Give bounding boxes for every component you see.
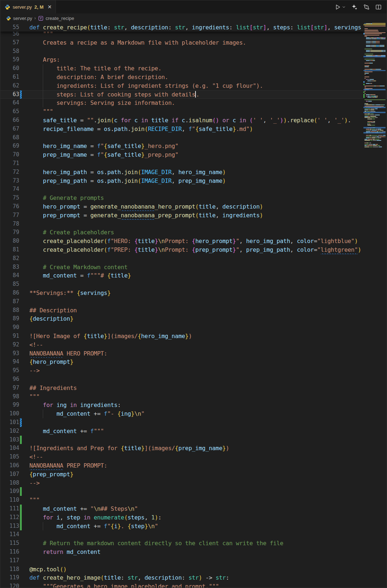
- line-number[interactable]: 115: [0, 539, 19, 548]
- code-line-75[interactable]: 75 # Generate prompts: [0, 194, 387, 202]
- code-line-107[interactable]: 107{prep_prompt}: [0, 470, 387, 479]
- line-number[interactable]: 96: [0, 375, 19, 384]
- code-line-71[interactable]: 71: [0, 159, 387, 168]
- code-text[interactable]: {description}: [29, 314, 387, 323]
- code-line-109[interactable]: 109: [0, 487, 387, 496]
- code-line-59[interactable]: 59 Args:: [0, 55, 387, 64]
- code-text[interactable]: prep_prompt = generate_nanobanana_prep_p…: [29, 211, 387, 220]
- code-text[interactable]: [29, 133, 387, 142]
- code-text[interactable]: steps: List of cooking steps with detail…: [29, 90, 387, 99]
- code-line-101[interactable]: 101: [0, 418, 387, 427]
- code-line-68[interactable]: 68: [0, 133, 387, 142]
- code-line-62[interactable]: 62 ingredients: List of ingredient strin…: [0, 82, 387, 90]
- line-number[interactable]: 68: [0, 133, 19, 142]
- breadcrumb-symbol[interactable]: create_recipe: [46, 16, 74, 21]
- code-line-69[interactable]: 69 hero_img_name = f"{safe_title}_hero.p…: [0, 142, 387, 151]
- line-number[interactable]: 95: [0, 366, 19, 375]
- line-number[interactable]: 120: [0, 582, 19, 588]
- line-number[interactable]: 97: [0, 384, 19, 392]
- code-line-88[interactable]: 88## Description: [0, 306, 387, 315]
- code-line-92[interactable]: 92<!--: [0, 341, 387, 349]
- code-line-119[interactable]: 119def create_hero_image(title: str, des…: [0, 573, 387, 582]
- line-number[interactable]: 57: [0, 38, 19, 47]
- open-changes-icon[interactable]: [363, 4, 370, 10]
- code-text[interactable]: md_content += "\n## Steps\n": [29, 505, 387, 513]
- code-line-86[interactable]: 86**Servings:** {servings}: [0, 289, 387, 297]
- code-line-100[interactable]: 100 md_content += f"- {ing}\n": [0, 410, 387, 418]
- code-text[interactable]: [29, 556, 387, 565]
- code-line-93[interactable]: 93NANOBANANA HERO PROMPT:: [0, 349, 387, 358]
- line-number[interactable]: 119: [0, 573, 19, 582]
- code-text[interactable]: -->: [29, 366, 387, 375]
- code-text[interactable]: ## Description: [29, 306, 387, 315]
- code-text[interactable]: **Servings:** {servings}: [29, 289, 387, 297]
- line-number[interactable]: 98: [0, 392, 19, 401]
- line-number[interactable]: 100: [0, 410, 19, 418]
- line-number[interactable]: 70: [0, 151, 19, 159]
- code-line-102[interactable]: 102 md_content += f""": [0, 427, 387, 436]
- line-number[interactable]: 66: [0, 116, 19, 125]
- line-number[interactable]: 104: [0, 444, 19, 453]
- code-text[interactable]: md_content += f""": [29, 427, 387, 436]
- code-text[interactable]: # Return the markdown content directly s…: [29, 539, 387, 548]
- code-line-97[interactable]: 97## Ingredients: [0, 384, 387, 392]
- code-text[interactable]: [29, 530, 387, 539]
- line-number[interactable]: 114: [0, 530, 19, 539]
- code-text[interactable]: [29, 47, 387, 56]
- code-line-57[interactable]: 57 Creates a recipe as a Markdown file w…: [0, 38, 387, 47]
- code-line-96[interactable]: 96: [0, 375, 387, 384]
- code-text[interactable]: # Create Markdown content: [29, 263, 387, 272]
- line-number[interactable]: 110: [0, 496, 19, 505]
- code-line-83[interactable]: 83 # Create Markdown content: [0, 263, 387, 272]
- code-line-66[interactable]: 66 safe_title = "".join(c for c in title…: [0, 116, 387, 125]
- line-number[interactable]: 60: [0, 64, 19, 73]
- code-text[interactable]: # Create placeholders: [29, 228, 387, 237]
- code-text[interactable]: [29, 323, 387, 332]
- code-line-117[interactable]: 117: [0, 556, 387, 565]
- line-number[interactable]: 76: [0, 202, 19, 211]
- code-line-118[interactable]: 118@mcp.tool(): [0, 565, 387, 574]
- line-number[interactable]: 89: [0, 314, 19, 323]
- code-text[interactable]: NANOBANANA PREP PROMPT:: [29, 461, 387, 470]
- code-line-120[interactable]: 120 """Generates a hero image placeholde…: [0, 582, 387, 588]
- code-text[interactable]: create_placeholder(f"PREP: {title}\nProm…: [29, 246, 387, 254]
- line-number[interactable]: 101: [0, 418, 19, 427]
- code-line-98[interactable]: 98""": [0, 392, 387, 401]
- code-text[interactable]: md_content += f"- {ing}\n": [29, 410, 387, 418]
- code-line-99[interactable]: 99 for ing in ingredients:: [0, 401, 387, 410]
- line-number[interactable]: 117: [0, 556, 19, 565]
- code-line-85[interactable]: 85: [0, 280, 387, 289]
- line-number[interactable]: 116: [0, 548, 19, 556]
- code-line-81[interactable]: 81 create_placeholder(f"PREP: {title}\nP…: [0, 246, 387, 254]
- line-number[interactable]: 107: [0, 470, 19, 479]
- code-text[interactable]: return md_content: [29, 548, 387, 556]
- code-line-78[interactable]: 78: [0, 220, 387, 229]
- code-text[interactable]: md_content += f"{i}. {step}\n": [29, 522, 387, 531]
- line-number[interactable]: 109: [0, 487, 19, 496]
- line-number[interactable]: 82: [0, 254, 19, 263]
- code-line-116[interactable]: 116 return md_content: [0, 548, 387, 556]
- code-text[interactable]: """: [29, 107, 387, 116]
- line-number[interactable]: 67: [0, 125, 19, 133]
- code-text[interactable]: hero_prompt = generate_nanobanana_hero_p…: [29, 202, 387, 211]
- line-number[interactable]: 113: [0, 522, 19, 531]
- code-text[interactable]: # Generate prompts: [29, 194, 387, 202]
- code-text[interactable]: ![Ingredients and Prep for {title}](imag…: [29, 444, 387, 453]
- code-text[interactable]: [29, 418, 387, 427]
- code-text[interactable]: ![Hero Image of {title}](images/{hero_im…: [29, 332, 387, 341]
- line-number[interactable]: 61: [0, 73, 19, 82]
- run-python-file-icon[interactable]: [335, 4, 346, 10]
- code-line-72[interactable]: 72 hero_img_path = os.path.join(IMAGE_DI…: [0, 168, 387, 177]
- code-line-103[interactable]: 103: [0, 436, 387, 444]
- code-line-114[interactable]: 114: [0, 530, 387, 539]
- code-line-65[interactable]: 65 """: [0, 107, 387, 116]
- line-number[interactable]: 111: [0, 505, 19, 513]
- line-number[interactable]: 90: [0, 323, 19, 332]
- line-number[interactable]: 99: [0, 401, 19, 410]
- code-line-91[interactable]: 91![Hero Image of {title}](images/{hero_…: [0, 332, 387, 341]
- code-line-94[interactable]: 94{hero_prompt}: [0, 358, 387, 366]
- code-line-79[interactable]: 79 # Create placeholders: [0, 228, 387, 237]
- line-number[interactable]: 64: [0, 99, 19, 107]
- line-number[interactable]: 71: [0, 159, 19, 168]
- line-number[interactable]: 85: [0, 280, 19, 289]
